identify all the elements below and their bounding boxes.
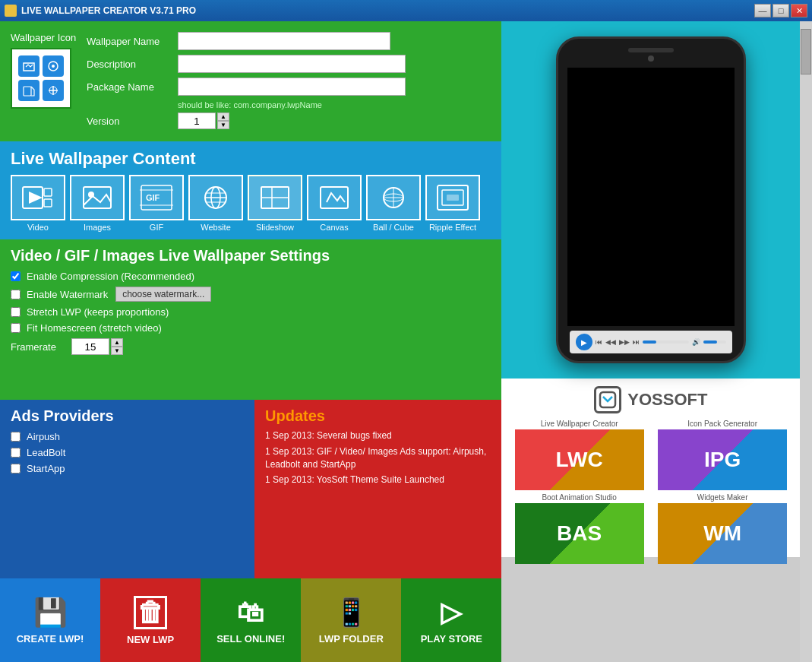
lwc-tile[interactable]: LWC xyxy=(515,429,644,490)
svg-rect-0 xyxy=(24,63,34,71)
content-type-website-label: Website xyxy=(201,223,231,232)
package-name-input[interactable] xyxy=(178,78,406,96)
lwp-folder-button[interactable]: 📱 LWP FOLDER xyxy=(301,578,401,662)
wm-tile[interactable]: WM xyxy=(658,503,787,564)
volume-bar xyxy=(703,341,726,344)
content-type-images[interactable]: Images xyxy=(70,175,125,232)
wallpaper-icon-picker[interactable] xyxy=(11,48,71,109)
icon-cell-2 xyxy=(43,55,64,77)
new-label: NEW LWP xyxy=(127,634,174,645)
version-down-button[interactable]: ▼ xyxy=(217,121,229,129)
content-type-ballcube-label: Ball / Cube xyxy=(373,223,414,232)
content-type-website[interactable]: Website xyxy=(188,175,243,232)
svg-point-2 xyxy=(52,65,55,68)
leadbolt-checkbox[interactable] xyxy=(11,448,21,458)
close-button[interactable]: ✕ xyxy=(791,4,807,17)
framerate-down-button[interactable]: ▼ xyxy=(111,347,123,355)
choose-watermark-button[interactable]: choose watermark... xyxy=(115,287,211,302)
framerate-up-button[interactable]: ▲ xyxy=(111,338,123,347)
ipg-label: Icon Pack Generator xyxy=(687,420,757,428)
watermark-checkbox[interactable] xyxy=(11,290,21,299)
content-type-ripple-label: Ripple Effect xyxy=(429,223,476,232)
content-type-ballcube[interactable]: Ball / Cube xyxy=(366,175,421,232)
content-type-gif[interactable]: GIF GIF xyxy=(129,175,184,232)
app-icon xyxy=(5,5,17,17)
bas-tile[interactable]: BAS xyxy=(515,503,644,564)
stretch-checkbox[interactable] xyxy=(11,307,21,317)
fitscreen-checkbox[interactable] xyxy=(11,323,21,333)
form-area: Wallpaper Icon xyxy=(0,21,501,141)
svg-rect-3 xyxy=(24,87,31,96)
maximize-button[interactable]: □ xyxy=(773,4,789,17)
prev-button[interactable]: ◀◀ xyxy=(605,338,616,346)
bottom-area: Ads Providers Airpush LeadBolt StartApp … xyxy=(0,400,501,578)
yossoft-icon xyxy=(594,386,621,413)
update-item-3: 1 Sep 2013: YosSoft Theme Suite Launched xyxy=(265,474,491,486)
play-store-button[interactable]: ▷ PLAY STORE xyxy=(401,578,501,662)
minimize-button[interactable]: — xyxy=(754,4,771,17)
progress-bar xyxy=(643,341,689,344)
folder-icon: 📱 xyxy=(334,597,368,629)
scrollbar[interactable] xyxy=(800,21,812,662)
wallpaper-name-input[interactable] xyxy=(178,32,390,50)
video-icon xyxy=(11,175,65,220)
volume-icon: 🔊 xyxy=(692,338,700,346)
sell-online-button[interactable]: 🛍 SELL ONLINE! xyxy=(201,578,301,662)
lwc-label: Live Wallpaper Creator xyxy=(541,420,618,428)
airpush-label: Airpush xyxy=(27,431,60,442)
update-item-1: 1 Sep 2013: Several bugs fixed xyxy=(265,429,491,442)
framerate-input[interactable] xyxy=(71,338,109,355)
website-icon xyxy=(188,175,243,220)
scrollbar-thumb[interactable] xyxy=(801,29,811,74)
version-label: Version xyxy=(87,116,178,127)
content-type-canvas-label: Canvas xyxy=(320,223,348,232)
new-lwp-button[interactable]: 🗑 NEW LWP xyxy=(100,578,201,662)
phone-body: ▶ ⏮ ◀◀ ▶▶ ⏭ 🔊 xyxy=(556,36,746,363)
play-button[interactable]: ▶ xyxy=(576,334,592,350)
bas-abbr: BAS xyxy=(557,521,602,546)
product-grid: Live Wallpaper Creator LWC Icon Pack Gen… xyxy=(509,420,792,564)
ipg-tile[interactable]: IPG xyxy=(658,429,787,490)
canvas-icon xyxy=(307,175,362,220)
product-bas: Boot Animation Studio BAS xyxy=(509,493,649,564)
create-lwp-button[interactable]: 💾 CREATE LWP! xyxy=(0,578,100,662)
store-icon: ▷ xyxy=(441,597,462,629)
version-up-button[interactable]: ▲ xyxy=(217,112,229,121)
next-button[interactable]: ▶▶ xyxy=(619,338,630,346)
content-type-gif-label: GIF xyxy=(150,223,163,232)
lwc-abbr: LWC xyxy=(556,448,603,472)
create-icon: 💾 xyxy=(33,597,68,629)
content-type-slideshow[interactable]: Slideshow xyxy=(248,175,302,232)
startapp-checkbox[interactable] xyxy=(11,464,21,474)
pkg-hint: should be like: com.company.lwpName xyxy=(178,100,491,109)
content-type-ripple[interactable]: Ripple Effect xyxy=(425,175,480,232)
ads-title: Ads Providers xyxy=(11,407,244,425)
version-input[interactable] xyxy=(178,112,216,129)
updates-section: Updates 1 Sep 2013: Several bugs fixed 1… xyxy=(254,400,501,578)
svg-rect-9 xyxy=(84,187,111,208)
content-type-video-label: Video xyxy=(27,223,49,232)
ripple-icon xyxy=(425,175,480,220)
content-type-canvas[interactable]: Canvas xyxy=(307,175,362,232)
gif-icon: GIF xyxy=(129,175,184,220)
desc-label: Description xyxy=(87,59,178,70)
watermark-label: Enable Watermark xyxy=(27,289,108,300)
settings-title: Video / GIF / Images Live Wallpaper Sett… xyxy=(11,247,491,264)
content-type-video[interactable]: Video xyxy=(11,175,65,232)
description-input[interactable] xyxy=(178,55,406,73)
phone-camera xyxy=(648,55,654,62)
airpush-checkbox[interactable] xyxy=(11,432,21,442)
sell-icon: 🛍 xyxy=(237,597,264,629)
images-icon xyxy=(70,175,125,220)
icon-label: Wallpaper Icon xyxy=(11,32,76,43)
rewind-button[interactable]: ⏮ xyxy=(596,338,602,346)
end-button[interactable]: ⏭ xyxy=(633,338,640,346)
compression-checkbox[interactable] xyxy=(11,271,21,281)
content-type-slideshow-label: Slideshow xyxy=(256,223,294,232)
ipg-abbr: IPG xyxy=(704,448,741,472)
bas-label: Boot Animation Studio xyxy=(542,493,616,502)
yossoft-logo: YOSSOFT xyxy=(594,386,707,413)
content-title: Live Wallpaper Content xyxy=(11,149,491,169)
updates-title: Updates xyxy=(265,407,491,425)
slideshow-icon xyxy=(248,175,302,220)
